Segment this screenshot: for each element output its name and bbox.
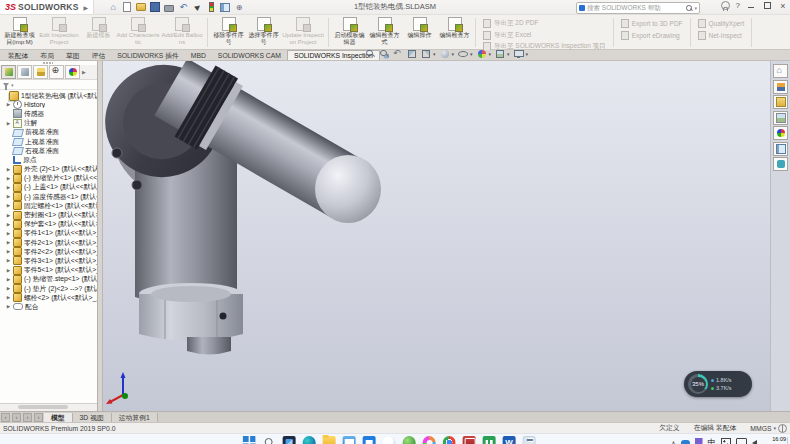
design-library-tab[interactable] — [773, 80, 788, 94]
tab-SOLIDWORKS 插件[interactable]: SOLIDWORKS 插件 — [111, 51, 185, 60]
view-orientation-icon[interactable] — [421, 49, 431, 59]
edit-operations-button[interactable]: 编辑操作 — [402, 16, 437, 49]
graphics-area[interactable]: 35% 1.8K/s 3.7K/s — [103, 61, 770, 411]
view-settings-icon[interactable] — [514, 49, 524, 59]
tab-configuration-manager[interactable] — [33, 65, 48, 79]
help-button[interactable]: ? — [736, 1, 740, 10]
export-button[interactable]: Export to 3D PDF — [621, 19, 683, 28]
file-explorer-taskbar-icon[interactable] — [323, 436, 336, 444]
units-selector[interactable]: MMGS ▾ — [750, 425, 776, 432]
search-caret-icon[interactable]: ▾ — [694, 5, 697, 11]
custom-properties-tab[interactable] — [773, 142, 788, 156]
undo-icon[interactable] — [178, 2, 188, 12]
tab-SOLIDWORKS CAM[interactable]: SOLIDWORKS CAM — [212, 51, 287, 60]
tab-overflow-icon[interactable]: ▶ — [82, 69, 86, 75]
edit-appearance-caret-icon[interactable]: ▾ — [489, 51, 492, 57]
display-style-icon[interactable] — [440, 49, 450, 59]
doc-tab-模型[interactable]: 模型 — [44, 413, 73, 422]
home-icon[interactable] — [108, 2, 118, 12]
export-button[interactable]: 导出至 Excel — [483, 31, 606, 40]
app-green-taskbar-icon[interactable] — [403, 436, 416, 444]
tab-MBD[interactable]: MBD — [185, 51, 212, 60]
tree-item[interactable]: ▶螺栓<2> (默认<<默认>_显示状态 — [0, 293, 97, 302]
solidworks-logo[interactable]: 3S SOLIDWORKS ▶ — [0, 0, 94, 14]
solidworks-resources-tab[interactable] — [773, 64, 788, 78]
new-template-button[interactable]: 新建模板 — [81, 16, 116, 49]
ime-language-indicator[interactable]: 中 — [708, 437, 716, 444]
tab-scroll-icon[interactable]: ‹ — [12, 413, 21, 422]
search-taskbar-icon[interactable] — [263, 436, 276, 444]
widgets-taskbar-icon[interactable] — [283, 436, 296, 444]
tab-scroll-icon[interactable]: ‹ — [1, 413, 10, 422]
export-button[interactable]: Export eDrawing — [621, 31, 683, 40]
tray-chevron-up-icon[interactable]: ∧ — [671, 439, 675, 444]
tree-filter[interactable]: ▾ — [0, 80, 97, 90]
tree-horizontal-scrollbar[interactable] — [0, 403, 97, 411]
tree-root[interactable]: 1型铠装热电偶 (默认<默认_显示状态-1>) — [0, 91, 97, 100]
display-icon[interactable] — [736, 438, 747, 444]
hide-show-items-icon[interactable] — [458, 49, 468, 59]
lights-icon[interactable] — [206, 2, 216, 12]
apply-scene-icon[interactable] — [495, 49, 505, 59]
solidworks-forum-tab[interactable] — [773, 157, 788, 171]
select-icon[interactable] — [192, 2, 202, 12]
export-button[interactable]: QualityXpert — [698, 19, 745, 28]
doc-tab-3D 视图[interactable]: 3D 视图 — [73, 413, 112, 422]
menu-flyout-icon[interactable]: ▶ — [84, 4, 89, 11]
app-ring-taskbar-icon[interactable] — [423, 436, 436, 444]
volume-icon[interactable] — [752, 440, 757, 444]
tab-scroll-icon[interactable]: › — [34, 413, 43, 422]
tree-item[interactable]: ▶History — [0, 100, 97, 109]
login-icon[interactable] — [721, 1, 730, 10]
add-characteristic-button[interactable]: Add Characteristic — [116, 16, 160, 49]
tag-globe-icon[interactable] — [778, 424, 787, 433]
tab-草图[interactable]: 草图 — [60, 51, 86, 60]
edit-inspection-project-button[interactable]: Edit Inspection Project — [37, 16, 81, 49]
file-explorer-tab[interactable] — [773, 95, 788, 109]
wps-taskbar-icon[interactable] — [483, 436, 496, 444]
scrollbar-thumb[interactable] — [18, 405, 68, 409]
update-inspection-project-button[interactable]: Update Inspection Project — [281, 16, 325, 49]
zoom-to-fit-icon[interactable] — [365, 49, 375, 59]
ime-mode-icon[interactable] — [721, 438, 731, 444]
taskbar-clock[interactable]: 16:09 2022/8/15 — [762, 436, 786, 444]
remove-balloons-button[interactable]: 移除零件序号 — [211, 16, 246, 49]
launch-template-editor-button[interactable]: 启动模板编辑器 — [332, 16, 367, 49]
tab-feature-manager[interactable] — [1, 65, 16, 79]
tab-property-manager[interactable] — [17, 65, 32, 79]
solidworks-taskbar-icon[interactable] — [523, 436, 536, 444]
doc-tab-运动算例1[interactable]: 运动算例1 — [112, 413, 158, 422]
mail-taskbar-icon[interactable] — [343, 436, 356, 444]
edge-taskbar-icon[interactable] — [303, 436, 316, 444]
close-button[interactable] — [778, 1, 788, 10]
tab-装配体[interactable]: 装配体 — [2, 51, 34, 60]
cloud-drive-taskbar-icon[interactable] — [383, 436, 396, 444]
save-icon[interactable] — [150, 2, 160, 12]
minimize-button[interactable] — [746, 1, 756, 10]
app-red-taskbar-icon[interactable] — [463, 436, 476, 444]
export-button[interactable]: 导出至 2D PDF — [483, 19, 606, 28]
3d-model[interactable] — [103, 61, 770, 411]
search-input[interactable]: 搜索 SOLIDWORKS 帮助 ▾ — [576, 2, 700, 14]
system-monitor-overlay[interactable]: 35% 1.8K/s 3.7K/s — [684, 371, 752, 397]
zoom-to-area-icon[interactable] — [379, 49, 389, 59]
add-edit-balloons-button[interactable]: Add/Edit Balloons — [160, 16, 204, 49]
panels-icon[interactable] — [220, 2, 230, 12]
view-palette-tab[interactable] — [773, 111, 788, 125]
edit-methods-button[interactable]: 编辑检查方 — [437, 16, 472, 49]
appearances-scenes-tab[interactable] — [773, 126, 788, 140]
section-view-icon[interactable] — [407, 49, 417, 59]
display-style-caret-icon[interactable]: ▾ — [452, 51, 455, 57]
view-settings-caret-icon[interactable]: ▾ — [526, 51, 529, 57]
chrome-taskbar-icon[interactable] — [443, 436, 456, 444]
print-icon[interactable] — [164, 2, 174, 12]
search-icon[interactable] — [686, 5, 692, 11]
export-button[interactable]: Net-Inspect — [698, 31, 745, 40]
new-inspection-project-button[interactable]: 新建检查项目(imp:M) — [2, 16, 37, 49]
hide-show-items-caret-icon[interactable]: ▾ — [470, 51, 473, 57]
tab-scroll-icon[interactable]: › — [23, 413, 32, 422]
tab-display-manager[interactable] — [65, 65, 80, 79]
edit-appearance-icon[interactable] — [477, 49, 487, 59]
new-icon[interactable] — [122, 2, 132, 12]
apply-scene-caret-icon[interactable]: ▾ — [507, 51, 510, 57]
